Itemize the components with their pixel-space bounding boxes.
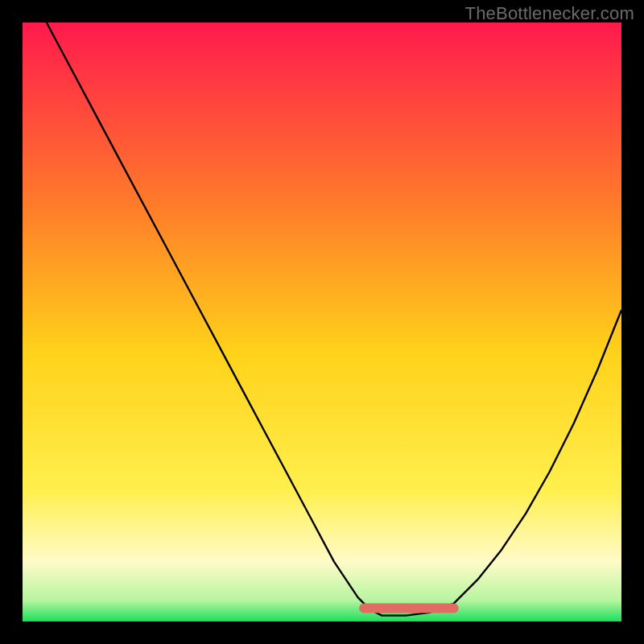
plot-area [23, 23, 621, 621]
gradient-background [23, 23, 621, 621]
watermark-text: TheBottlenecker.com [465, 3, 634, 24]
chart-frame: TheBottlenecker.com [0, 0, 644, 644]
chart-svg [23, 23, 621, 621]
